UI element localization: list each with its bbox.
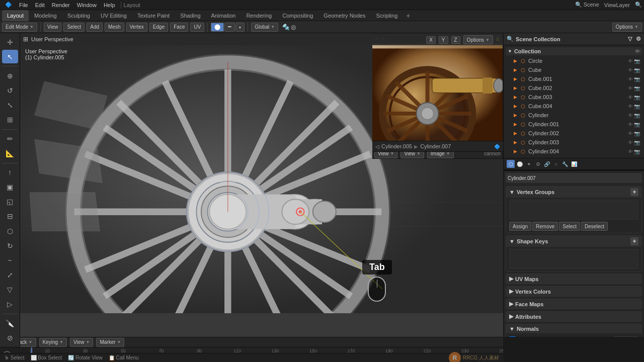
- knife-tool[interactable]: 🔪: [2, 317, 18, 330]
- rotate-tool[interactable]: ↺: [2, 83, 18, 97]
- move-tool[interactable]: ⊕: [2, 69, 18, 82]
- normals-header[interactable]: ▼ Normals: [506, 324, 641, 333]
- prop-icon-data[interactable]: 📊: [570, 160, 578, 168]
- edge-slide-tool[interactable]: ⤢: [2, 268, 18, 282]
- item-cube002[interactable]: ▶ ⬡ Cube.002 👁 📷: [506, 83, 642, 93]
- orientation-dropdown[interactable]: Global ▼: [251, 23, 278, 32]
- face-maps-header[interactable]: ▶ Face Maps: [506, 299, 641, 309]
- cyl004-eye-icon[interactable]: 👁: [628, 149, 633, 154]
- add-btn[interactable]: Add: [87, 23, 103, 32]
- options-view-dropdown[interactable]: Options▼: [463, 35, 493, 44]
- circle-cam-icon[interactable]: 📷: [634, 58, 640, 64]
- poly-build-tool[interactable]: ⬡: [2, 224, 18, 238]
- item-cube001[interactable]: ▶ ⬡ Cube.001 👁 📷: [506, 74, 642, 83]
- select-btn[interactable]: Select: [63, 23, 85, 32]
- tab-scripting[interactable]: Scripting: [371, 10, 403, 21]
- proportional-icon[interactable]: ◎: [291, 24, 296, 31]
- item-cylinder002[interactable]: ▶ ⬡ Cylinder.002 👁 📷: [506, 129, 642, 138]
- annotate-tool[interactable]: ✏: [2, 132, 18, 145]
- vertex-colors-header[interactable]: ▶ Vertex Colors: [506, 287, 641, 296]
- cyl003-eye-icon[interactable]: 👁: [628, 140, 633, 145]
- vg-list[interactable]: [509, 200, 638, 220]
- tab-animation[interactable]: Animation: [206, 10, 241, 21]
- uv-maps-header[interactable]: ▶ UV Maps: [506, 274, 641, 284]
- select-tool[interactable]: ↖: [2, 50, 18, 63]
- filter-icon[interactable]: ▽: [628, 36, 632, 42]
- collection-eye[interactable]: 👁: [635, 49, 640, 54]
- tab-modeling[interactable]: Modeling: [29, 10, 62, 21]
- cube003-cam-icon[interactable]: 📷: [634, 95, 640, 100]
- vertex-groups-header[interactable]: ▼ Vertex Groups +: [506, 187, 641, 198]
- edge-mode-btn[interactable]: ━: [224, 23, 235, 32]
- vertex-btn[interactable]: Vertex: [126, 23, 147, 32]
- cyl001-eye-icon[interactable]: 👁: [628, 122, 633, 127]
- cube004-cam-icon[interactable]: 📷: [634, 104, 640, 109]
- inset-tool[interactable]: ▣: [2, 180, 18, 194]
- auto-smooth-value[interactable]: 30°: [613, 336, 638, 337]
- timeline-view-btn[interactable]: View ▼: [70, 338, 93, 347]
- cyl-eye-icon[interactable]: 👁: [628, 113, 633, 118]
- sk-list[interactable]: [509, 249, 638, 269]
- circle-eye-icon[interactable]: 👁: [628, 58, 633, 64]
- cube002-cam-icon[interactable]: 📷: [634, 85, 640, 91]
- cyl-cam-icon[interactable]: 📷: [634, 113, 640, 118]
- cube003-eye-icon[interactable]: 👁: [628, 95, 633, 100]
- cyl004-cam-icon[interactable]: 📷: [634, 149, 640, 154]
- prop-icon-mesh[interactable]: ⬡: [507, 160, 515, 168]
- tab-geometry-nodes[interactable]: Geometry Nodes: [318, 10, 370, 21]
- window-menu[interactable]: Window: [74, 2, 100, 9]
- object-name-field[interactable]: Cylinder.007: [506, 173, 642, 183]
- tab-texture-paint[interactable]: Texture Paint: [132, 10, 175, 21]
- shrink-tool[interactable]: ▽: [2, 283, 18, 297]
- cyl001-cam-icon[interactable]: 📷: [634, 122, 640, 127]
- tab-compositing[interactable]: Compositing: [277, 10, 318, 21]
- edge-btn[interactable]: Edge: [149, 23, 168, 32]
- help-menu[interactable]: Help: [101, 2, 118, 9]
- vg-deselect-btn[interactable]: Deselect: [581, 222, 608, 231]
- prop-icon-constraint[interactable]: 🔗: [543, 160, 551, 168]
- spin-tool[interactable]: ↻: [2, 239, 18, 252]
- item-cylinder[interactable]: ▶ ⬡ Cylinder 👁 📷: [506, 111, 642, 120]
- view-btn[interactable]: View: [44, 23, 62, 32]
- measure-tool[interactable]: 📐: [2, 147, 18, 160]
- tab-rendering[interactable]: Rendering: [241, 10, 277, 21]
- transform-tool[interactable]: ⊞: [2, 113, 18, 126]
- edit-menu[interactable]: Edit: [32, 2, 48, 9]
- options-dropdown[interactable]: Options ▼: [612, 23, 642, 32]
- item-circle[interactable]: ▶ ⬡ Circle 👁 📷: [506, 56, 642, 65]
- prop-icon-material[interactable]: ⚪: [516, 160, 524, 168]
- z-axis-btn[interactable]: Z: [451, 36, 460, 44]
- item-cube004[interactable]: ▶ ⬡ Cube.004 👁 📷: [506, 102, 642, 111]
- settings-icon[interactable]: ⚙: [636, 36, 641, 42]
- cyl003-cam-icon[interactable]: 📷: [634, 140, 640, 145]
- smooth-tool[interactable]: ~: [2, 253, 18, 267]
- shear-tool[interactable]: ▷: [2, 298, 18, 311]
- y-axis-btn[interactable]: Y: [439, 36, 448, 44]
- vg-add-btn[interactable]: +: [630, 188, 638, 196]
- extrude-tool[interactable]: ↑: [2, 166, 18, 179]
- cube004-eye-icon[interactable]: 👁: [628, 104, 633, 109]
- cube-eye-icon[interactable]: 👁: [628, 67, 633, 73]
- face-mode-btn[interactable]: ▪: [235, 23, 245, 32]
- prop-icon-object[interactable]: ○: [552, 160, 560, 168]
- cube002-eye-icon[interactable]: 👁: [628, 85, 633, 91]
- item-cylinder003[interactable]: ▶ ⬡ Cylinder.003 👁 📷: [506, 138, 642, 147]
- bisect-tool[interactable]: ⊘: [2, 331, 18, 345]
- face-btn[interactable]: Face: [170, 23, 188, 32]
- breadcrumb-path[interactable]: Cylinder.005: [381, 143, 412, 149]
- prop-icon-physics[interactable]: ⚙: [534, 160, 542, 168]
- vertex-mode-btn[interactable]: ⬤: [211, 23, 224, 32]
- scale-tool[interactable]: ⤡: [2, 98, 18, 112]
- uv-btn[interactable]: UV: [190, 23, 204, 32]
- timeline-keying-btn[interactable]: Keying ▼: [39, 338, 67, 347]
- blender-menu[interactable]: 🔷: [2, 1, 15, 9]
- shape-keys-header[interactable]: ▼ Shape Keys +: [506, 236, 641, 247]
- breadcrumb-mesh-icon[interactable]: 🔷: [494, 144, 500, 149]
- cube-cam-icon[interactable]: 📷: [634, 67, 640, 73]
- snap-icon[interactable]: 🔩: [282, 24, 290, 31]
- mesh-btn[interactable]: Mesh: [105, 23, 124, 32]
- item-cylinder001[interactable]: ▶ ⬡ Cylinder.001 👁 📷: [506, 120, 642, 129]
- tab-sculpting[interactable]: Sculpting: [62, 10, 95, 21]
- collection-root[interactable]: ▼ Collection 👁: [506, 47, 642, 55]
- view-grid-icon[interactable]: ⊞: [23, 36, 28, 43]
